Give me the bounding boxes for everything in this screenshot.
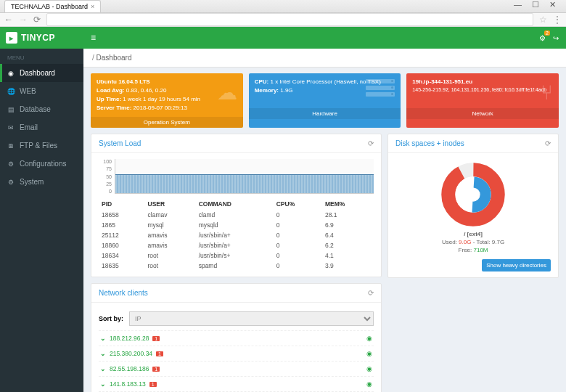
browser-tabbar: TECHNALAB - Dashboard × ― ☐ ✕	[0, 0, 566, 13]
nav-icon: ◉	[7, 70, 15, 77]
notifications-icon[interactable]: ⚙2	[539, 34, 546, 42]
topbar: ≡ ⚙2 ↪	[83, 27, 566, 49]
nav-icon: 🌐	[7, 88, 15, 95]
infobox-hw-footer[interactable]: Hardware	[249, 108, 401, 119]
col-header: COMMAND	[196, 198, 274, 210]
svg-point-3	[461, 182, 485, 207]
table-row: 18860amavis/usr/sbin/a+06.2	[99, 240, 374, 250]
client-row[interactable]: ⌄141.8.183.131◉	[99, 377, 374, 392]
sidebar-item-configurations[interactable]: ⚙Configurations	[0, 155, 83, 173]
nav-label: Configurations	[20, 160, 66, 168]
sidebar-item-database[interactable]: ▤Database	[0, 100, 83, 118]
logout-icon[interactable]: ↪	[553, 34, 559, 42]
client-ip: 188.212.96.28	[110, 335, 149, 342]
browser-menu-icon[interactable]: ⋮	[553, 15, 562, 25]
forward-icon[interactable]: →	[19, 15, 28, 25]
col-header: PID	[99, 198, 145, 210]
breadcrumb-root[interactable]: /	[92, 54, 94, 62]
refresh-icon[interactable]: ⟳	[545, 139, 551, 147]
client-flag: 1	[149, 382, 157, 387]
notif-badge: 2	[544, 30, 550, 36]
browser-tab[interactable]: TECHNALAB - Dashboard ×	[4, 0, 101, 12]
sort-select[interactable]: IP	[129, 311, 374, 326]
cloud-icon: ☁	[217, 78, 237, 108]
sidebar-item-web[interactable]: 🌐WEB	[0, 82, 83, 100]
sidebar-item-email[interactable]: ✉Email	[0, 118, 83, 136]
hamburger-icon[interactable]: ≡	[91, 33, 96, 43]
nav-label: Database	[20, 105, 51, 113]
nav-icon: ✉	[7, 124, 15, 131]
client-ip: 82.55.198.186	[110, 365, 149, 372]
nav-label: FTP & Files	[20, 142, 57, 150]
panel-network-clients: Network clients ⟳ Sort by: IP ⌄188.212.9…	[91, 283, 382, 392]
url-input[interactable]	[46, 13, 533, 26]
window-max-icon[interactable]: ☐	[532, 0, 539, 9]
table-row: 18635rootspamd03.9	[99, 261, 374, 271]
browser-addressbar: ← → ⟳ ☆ ⋮	[0, 13, 566, 27]
branch-icon: ⑂	[541, 78, 553, 108]
chart-yaxis: 1007550250	[99, 159, 112, 194]
globe-icon[interactable]: ◉	[366, 350, 372, 357]
client-flag: 1	[152, 367, 160, 372]
menu-header: MENU	[0, 49, 83, 64]
nav-label: System	[20, 178, 44, 186]
show-heavy-button[interactable]: Show heavy directories	[482, 259, 551, 271]
nav-label: Dashboard	[20, 69, 55, 77]
nav-label: WEB	[20, 87, 36, 95]
server-icon	[366, 79, 395, 99]
disk-mount: / [ext4]	[464, 231, 483, 237]
nav-icon: ▤	[7, 106, 15, 113]
sidebar-item-dashboard[interactable]: ◉Dashboard	[0, 64, 83, 82]
globe-icon[interactable]: ◉	[366, 380, 372, 388]
nav-icon: 🗎	[7, 142, 15, 150]
sidebar-item-ftp-files[interactable]: 🗎FTP & Files	[0, 136, 83, 155]
col-header: CPU%	[274, 198, 322, 210]
infobox-hardware: CPU: 1 x Intel Core Processor (Haswell, …	[249, 73, 401, 128]
globe-icon[interactable]: ◉	[366, 365, 372, 372]
client-row[interactable]: ⌄215.380.200.341◉	[99, 346, 374, 362]
nav-label: Email	[20, 123, 38, 131]
client-flag: 1	[156, 351, 163, 356]
breadcrumb-current: Dashboard	[97, 54, 132, 62]
bookmark-icon[interactable]: ☆	[539, 15, 547, 25]
brand[interactable]: ▸ TINYCP	[0, 27, 83, 49]
brand-text: TINYCP	[21, 33, 55, 43]
client-row[interactable]: ⌄188.212.96.281◉	[99, 331, 374, 346]
window-close-icon[interactable]: ✕	[549, 0, 556, 9]
infobox-os: ☁ Ubuntu 16.04.5 LTS Load Avg: 0.83, 0.4…	[91, 73, 243, 128]
table-row: 18634root/usr/sbin/s+04.1	[99, 250, 374, 261]
table-row: 18658clamavclamd028.1	[99, 210, 374, 220]
chevron-down-icon: ⌄	[100, 380, 106, 388]
panel-title: Disk spaces + inodes	[395, 139, 464, 147]
globe-icon[interactable]: ◉	[366, 335, 372, 342]
sort-label: Sort by:	[99, 315, 123, 322]
infobox-os-footer[interactable]: Operation System	[91, 117, 243, 128]
os-title: Ubuntu 16.04.5 LTS	[97, 78, 150, 85]
window-min-icon[interactable]: ―	[514, 0, 522, 9]
client-flag: 1	[152, 336, 160, 341]
table-row: 25112amavis/usr/sbin/a+06.4	[99, 230, 374, 240]
process-table: PIDUSERCOMMANDCPU%MEM% 18658clamavclamd0…	[99, 198, 374, 271]
breadcrumb: / Dashboard	[83, 49, 566, 68]
infobox-net-footer[interactable]: Network	[406, 108, 559, 119]
back-icon[interactable]: ←	[4, 15, 13, 25]
logo-icon: ▸	[6, 32, 17, 44]
infobox-network: ⑂ 19h.ip-344-131-951.eu 145-256-215.92, …	[406, 73, 559, 128]
nav-icon: ⚙	[7, 179, 15, 186]
net-title: 19h.ip-344-131-951.eu	[412, 78, 472, 85]
refresh-icon[interactable]: ⟳	[368, 289, 374, 297]
tab-title: TECHNALAB - Dashboard	[11, 3, 88, 10]
load-chart	[115, 159, 374, 194]
chevron-down-icon: ⌄	[100, 335, 106, 342]
client-row[interactable]: ⌄82.55.198.1861◉	[99, 362, 374, 377]
reload-icon[interactable]: ⟳	[33, 15, 41, 25]
chevron-down-icon: ⌄	[100, 365, 106, 372]
col-header: MEM%	[322, 198, 374, 210]
refresh-icon[interactable]: ⟳	[368, 139, 374, 147]
client-ip: 141.8.183.13	[110, 380, 146, 388]
sidebar-item-system[interactable]: ⚙System	[0, 173, 83, 191]
disk-donut-chart	[440, 162, 506, 227]
table-row: 1865mysqlmysqld06.9	[99, 220, 374, 230]
client-ip: 215.380.200.34	[110, 350, 152, 357]
close-icon[interactable]: ×	[91, 3, 94, 10]
